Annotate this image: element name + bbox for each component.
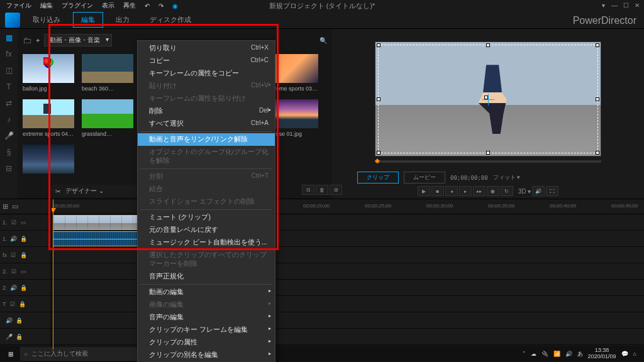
context-item[interactable]: 音声正規化	[138, 270, 275, 283]
track-toggle-icon[interactable]: 🔊	[5, 317, 13, 324]
media-room-icon[interactable]: ▦	[3, 31, 15, 44]
designer-dropdown[interactable]: デザイナー ⌄	[65, 187, 104, 195]
fx-room-icon[interactable]: fx	[3, 48, 15, 60]
preview-fit-dropdown[interactable]: フィット ▾	[493, 173, 521, 182]
menu-redo-icon[interactable]: ↷	[155, 1, 167, 11]
transition-room-icon[interactable]: ⇄	[3, 97, 15, 109]
track-lock-icon[interactable]: 🔒	[15, 317, 23, 324]
context-item[interactable]: 音声の編集	[138, 311, 275, 324]
track-toggle-icon[interactable]: 🔊	[10, 285, 18, 291]
tray-cloud-icon[interactable]: ☁	[531, 351, 536, 357]
track-lock-icon[interactable]: ▭	[20, 268, 28, 275]
track-toggle-icon[interactable]: 🎤	[5, 334, 13, 340]
context-item[interactable]: ミュージック ビート自動検出を使う...	[138, 236, 275, 249]
tab-output[interactable]: 出力	[108, 13, 137, 27]
track-toggle-icon[interactable]: 🔊	[10, 236, 18, 242]
context-item[interactable]: ミュート (クリップ)	[138, 211, 275, 224]
tl-split-icon[interactable]: ⊟	[302, 185, 314, 195]
playhead[interactable]	[53, 199, 53, 349]
fullscreen-button[interactable]: ⛶	[546, 186, 558, 196]
loop-button[interactable]: ↻	[501, 186, 513, 196]
context-item[interactable]: クリップのキー フレームを編集	[138, 324, 275, 336]
cut-icon[interactable]: ✂	[55, 188, 60, 195]
media-thumb[interactable]: grassland…	[82, 99, 133, 137]
menu-edit[interactable]: 編集	[36, 0, 57, 11]
folder-icon[interactable]: 🗀	[23, 35, 31, 45]
context-item[interactable]: 動画と音声をリンク/リンク解除	[138, 133, 275, 146]
next-frame-button[interactable]: ▸	[459, 186, 472, 196]
track-header[interactable]: 2.🔊🔒	[0, 280, 51, 296]
hide-button[interactable]: ▾	[599, 2, 608, 9]
tab-disc[interactable]: ディスク作成	[142, 13, 199, 27]
track-header[interactable]: 🔊🔒	[0, 312, 51, 329]
maximize-button[interactable]: ☐	[621, 2, 630, 9]
audio-room-icon[interactable]: ♪	[3, 113, 15, 126]
minimize-button[interactable]: —	[610, 2, 619, 9]
tray-up-icon[interactable]: ˄	[523, 351, 526, 357]
stop-button[interactable]: ■	[431, 186, 444, 196]
tray-volume-icon[interactable]: 🔊	[565, 351, 572, 357]
prev-frame-button[interactable]: ◂	[445, 186, 458, 196]
track-lock-icon[interactable]: 🔒	[20, 236, 28, 242]
track-lock-icon[interactable]: 🔒	[19, 252, 27, 258]
context-item[interactable]: 切り取りCtrl+X	[138, 42, 275, 55]
track-header[interactable]: 🎤🔒	[0, 329, 51, 345]
context-item[interactable]: 元の音量レベルに戻す	[138, 224, 275, 236]
taskbar-clock[interactable]: 13:382020/01/09	[588, 348, 616, 360]
track-header[interactable]: 2.☑▭	[0, 263, 51, 280]
preview-tab-movie[interactable]: ムービー	[404, 172, 445, 184]
track-toggle-icon[interactable]: ☑	[10, 219, 18, 226]
selection-handles[interactable]	[378, 45, 598, 153]
library-filter-dropdown[interactable]: 動画・画像・音楽	[44, 34, 112, 47]
chapter-room-icon[interactable]: §	[3, 146, 15, 158]
tray-misc-icon[interactable]: ⌂	[633, 351, 636, 357]
subtitle-room-icon[interactable]: ⊟	[3, 162, 15, 175]
media-thumb[interactable]	[23, 145, 74, 176]
context-item[interactable]: キーフレームの属性をコピー	[138, 67, 275, 80]
context-item[interactable]: 動画の編集	[138, 286, 275, 299]
track-header[interactable]: fx☑🔒	[0, 247, 51, 263]
start-button[interactable]: ⊞	[3, 347, 19, 361]
tl-config-icon[interactable]: ⊞	[3, 202, 8, 211]
media-thumb[interactable]: ballon.jpg	[23, 54, 74, 92]
voice-room-icon[interactable]: 🎤	[3, 129, 15, 142]
tab-edit[interactable]: 編集	[73, 12, 103, 28]
track-header[interactable]: 1.🔊🔒	[0, 231, 51, 247]
tl-view-icon[interactable]: ▭	[12, 202, 18, 211]
menu-file[interactable]: ファイル	[3, 0, 35, 11]
volume-button[interactable]: 🔊	[532, 186, 545, 196]
tray-wifi-icon[interactable]: 📶	[553, 351, 560, 357]
track-lock-icon[interactable]: 🔒	[19, 301, 26, 307]
taskbar-search[interactable]: ○ ここに入力して検索	[20, 347, 146, 361]
track-toggle-icon[interactable]: ☑	[10, 268, 18, 275]
context-item[interactable]: 削除Del	[138, 105, 275, 118]
track-header[interactable]: 1.☑▭	[0, 214, 51, 231]
track-lock-icon[interactable]: ▭	[20, 219, 28, 226]
title-room-icon[interactable]: T	[3, 80, 15, 93]
media-thumb[interactable]: extreme sports 04…	[23, 99, 74, 137]
close-button[interactable]: ✕	[633, 2, 641, 9]
pip-room-icon[interactable]: ◫	[3, 64, 15, 77]
plugin-icon[interactable]: ✦	[35, 37, 40, 44]
preview-canvas[interactable]	[375, 41, 601, 156]
track-toggle-icon[interactable]: ☑	[9, 301, 16, 307]
preview-tab-clip[interactable]: クリップ	[357, 172, 399, 184]
fast-forward-button[interactable]: ▸▸	[473, 186, 486, 196]
menu-undo-icon[interactable]: ↶	[141, 1, 153, 11]
tray-notif-icon[interactable]: 💬	[621, 351, 628, 357]
menu-view[interactable]: 表示	[98, 0, 118, 11]
tab-import[interactable]: 取り込み	[25, 13, 68, 27]
context-item[interactable]: クリップの属性	[138, 336, 275, 349]
menu-rec-icon[interactable]: ◉	[169, 1, 182, 11]
play-button[interactable]: ▶	[418, 186, 430, 196]
3d-toggle[interactable]: 3D ▾	[518, 188, 531, 195]
menu-play[interactable]: 再生	[119, 0, 140, 11]
tl-more-icon[interactable]: ⊞	[330, 185, 342, 195]
tray-power-icon[interactable]: 🔌	[541, 351, 548, 357]
menu-plugin[interactable]: プラグイン	[58, 0, 97, 11]
track-lock-icon[interactable]: 🔒	[20, 285, 28, 291]
snapshot-button[interactable]: ◉	[487, 186, 499, 196]
track-header[interactable]: T☑🔒	[0, 296, 51, 312]
track-toggle-icon[interactable]: ☑	[9, 252, 17, 258]
context-item[interactable]: コピーCtrl+C	[138, 55, 275, 67]
